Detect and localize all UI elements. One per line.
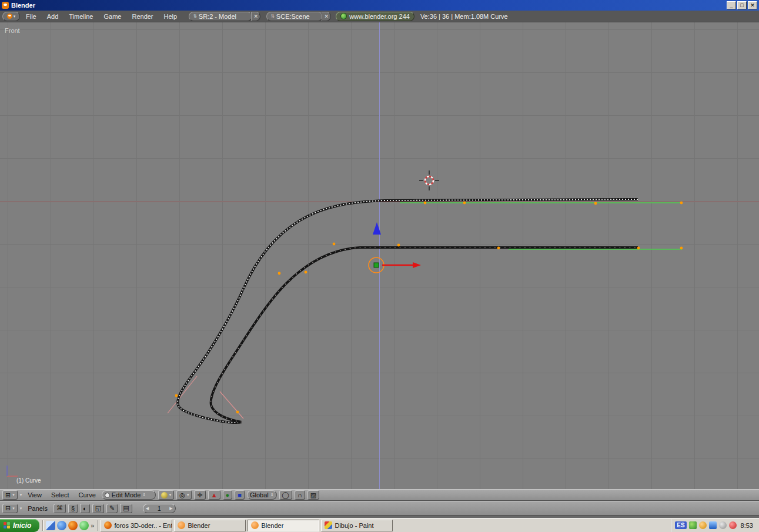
view-axis-indicator-icon xyxy=(7,466,18,476)
editor-type-button[interactable]: ⊞ ▾ xyxy=(2,490,18,500)
firefox-icon[interactable] xyxy=(68,521,78,530)
editor-type-icon: ⊟ xyxy=(5,504,11,512)
viewport-3d[interactable]: Front (1) Curve xyxy=(0,22,759,489)
maximize-button[interactable]: □ xyxy=(737,1,747,9)
orientation-dropdown[interactable]: Global ⇕ xyxy=(247,490,277,500)
screen-selector-value: SR:2 - Model xyxy=(199,13,236,20)
chevron-down-icon: ▾ xyxy=(12,506,15,511)
manipulator-scale-button[interactable]: ■ xyxy=(235,490,245,500)
quick-launch-overflow[interactable]: » xyxy=(91,522,94,529)
proportional-icon: ◯ xyxy=(282,491,289,499)
render-preview-icon: ▨ xyxy=(310,491,316,499)
bezier-handle-line[interactable] xyxy=(168,376,197,413)
blender-icon xyxy=(178,521,185,529)
taskbar-separator xyxy=(97,520,98,531)
taskbar-clock[interactable]: 8:53 xyxy=(741,522,753,529)
snap-button[interactable]: ∩ xyxy=(295,490,305,500)
draw-type-button[interactable]: ▾ xyxy=(158,490,175,500)
menu-select[interactable]: Select xyxy=(48,491,73,498)
scene-svg xyxy=(0,22,759,489)
object-icon: ◱ xyxy=(95,504,101,512)
scene-selector-value: SCE:Scene xyxy=(276,13,310,20)
menu-help[interactable]: Help xyxy=(159,13,182,20)
language-indicator[interactable]: ES xyxy=(675,521,686,529)
scene-selector[interactable]: ⇅ SCE:Scene xyxy=(266,12,323,21)
pivot-dropdown[interactable]: ◎ ▾ xyxy=(176,490,192,500)
mode-dropdown[interactable]: Edit Mode ⇕ xyxy=(102,490,156,500)
task-label: Blender xyxy=(261,522,283,529)
update-icon[interactable] xyxy=(699,521,707,529)
ie-icon[interactable] xyxy=(57,521,66,530)
menu-file[interactable]: File xyxy=(21,13,41,20)
curve-outer-path[interactable] xyxy=(178,199,638,423)
menu-add[interactable]: Add xyxy=(42,13,63,20)
scene-icon: ▤ xyxy=(123,504,129,512)
scale-icon: ■ xyxy=(238,491,242,498)
editor-type-button[interactable]: ⊟ ▾ xyxy=(2,504,18,513)
userprefs-editor-button[interactable]: ▾ xyxy=(2,12,20,21)
rotate-icon: ● xyxy=(226,491,230,498)
header-collapse-icon[interactable]: ▾ xyxy=(20,506,22,511)
header-collapse-icon[interactable]: ▾ xyxy=(20,493,22,497)
blender-logo-icon xyxy=(7,14,12,19)
bezier-handle-line[interactable] xyxy=(220,392,243,419)
frame-next-icon[interactable]: ▶ xyxy=(169,506,172,511)
frame-prev-icon[interactable]: ◀ xyxy=(146,506,149,511)
window-titlebar[interactable]: Blender _ □ ✕ xyxy=(0,0,759,11)
menu-view[interactable]: View xyxy=(24,491,45,498)
manipulator-translate-button[interactable]: ▲ xyxy=(208,490,220,500)
screen-selector-close-icon[interactable]: ✕ xyxy=(251,12,260,21)
menu-timeline[interactable]: Timeline xyxy=(64,13,98,20)
context-object-button[interactable]: ◱ xyxy=(92,504,104,513)
task-label: foros 3D-oder.. - Entor... xyxy=(114,522,172,529)
cursor-3d-icon[interactable] xyxy=(419,170,439,190)
frame-value: 1 xyxy=(158,505,161,512)
task-blender-2-active[interactable]: Blender xyxy=(248,520,319,531)
screen-selector[interactable]: ⇅ SR:2 - Model xyxy=(189,12,252,21)
task-label: Dibujo - Paint xyxy=(335,522,373,529)
blender-window: Blender _ □ ✕ ▾ File Add Timeline Game R… xyxy=(0,0,759,532)
version-label: www.blender.org 244 xyxy=(349,13,410,20)
menu-curve[interactable]: Curve xyxy=(75,491,99,498)
curve-inner-path[interactable] xyxy=(211,247,638,422)
task-blender-1[interactable]: Blender xyxy=(174,520,246,531)
task-paint[interactable]: Dibujo - Paint xyxy=(321,520,393,531)
close-button[interactable]: ✕ xyxy=(748,1,757,9)
frame-stepper[interactable]: ◀ 1 ▶ xyxy=(143,504,176,513)
translate-icon: ▲ xyxy=(211,491,218,498)
minimize-button[interactable]: _ xyxy=(727,1,736,9)
messenger-icon[interactable] xyxy=(729,521,737,529)
chevron-down-icon: ▾ xyxy=(169,493,172,497)
curve-outer-selected-verts xyxy=(178,199,638,423)
menu-render[interactable]: Render xyxy=(127,13,158,20)
z-arrow-icon xyxy=(373,222,381,235)
chevron-down-icon: ▾ xyxy=(14,14,16,19)
menu-game[interactable]: Game xyxy=(99,13,126,20)
volume-icon[interactable] xyxy=(719,521,727,529)
context-scene-button[interactable]: ▤ xyxy=(120,504,132,513)
render-preview-button[interactable]: ▨ xyxy=(307,490,319,500)
curve-control-points[interactable] xyxy=(175,202,683,414)
network-icon[interactable] xyxy=(709,521,717,529)
context-logic-button[interactable]: ⌘ xyxy=(54,504,66,513)
panels-menu[interactable]: Panels xyxy=(24,505,51,512)
context-script-button[interactable]: § xyxy=(68,504,78,513)
manipulator-rotate-button[interactable]: ● xyxy=(223,490,233,500)
proportional-edit-button[interactable]: ◯ xyxy=(279,490,292,500)
antivirus-icon[interactable] xyxy=(689,521,697,529)
messenger-icon[interactable] xyxy=(79,521,89,530)
pivot-icon: ◎ xyxy=(179,491,185,499)
show-desktop-icon[interactable] xyxy=(46,521,55,530)
mode-icon xyxy=(105,493,110,498)
editing-icon: ✎ xyxy=(109,504,115,512)
task-firefox[interactable]: foros 3D-oder.. - Entor... xyxy=(101,520,172,531)
manipulator-toggle-button[interactable]: ✛ xyxy=(194,490,205,500)
buttons-window-header: ⊟ ▾ ▾ Panels ⌘ § ◐ ◱ ✎ ▤ ◀ 1 ▶ xyxy=(0,501,759,516)
start-label: Inicio xyxy=(13,521,31,530)
scene-selector-close-icon[interactable]: ✕ xyxy=(322,12,331,21)
blender-version-button[interactable]: www.blender.org 244 xyxy=(336,12,414,21)
context-editing-button[interactable]: ✎ xyxy=(106,504,118,513)
start-button[interactable]: Inicio xyxy=(0,519,39,532)
transform-manipulator[interactable] xyxy=(369,257,421,273)
context-shading-button[interactable]: ◐ xyxy=(80,504,90,513)
